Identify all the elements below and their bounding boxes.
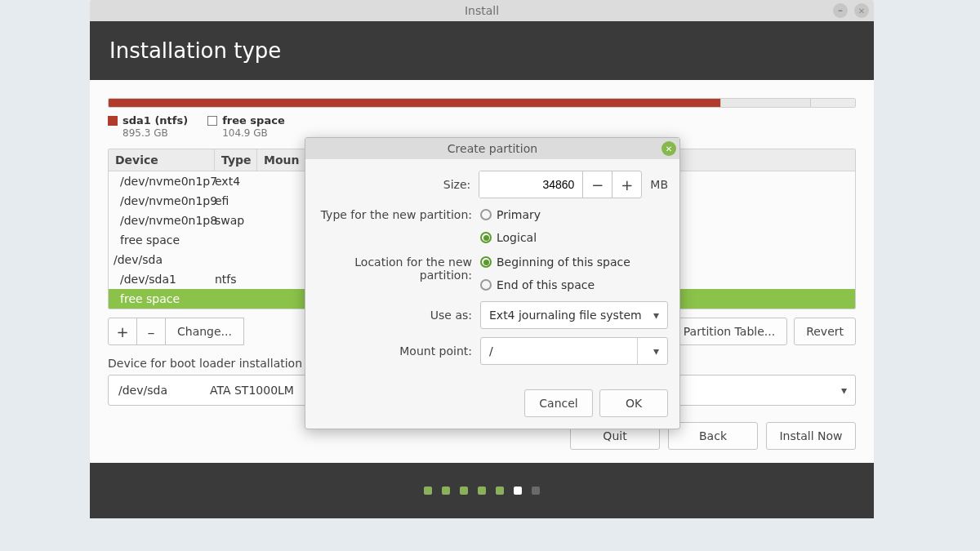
radio-loc-begin[interactable]: Beginning of this space: [480, 254, 668, 270]
window-titlebar: Install: [90, 0, 874, 21]
size-unit: MB: [650, 178, 668, 191]
col-device[interactable]: Device: [109, 149, 215, 171]
radio-logical[interactable]: Logical: [480, 229, 668, 246]
legend-size: 104.9 GB: [222, 127, 285, 139]
progress-dot: [514, 487, 522, 495]
chevron-down-icon: ▾: [653, 309, 659, 322]
radio-icon: [480, 279, 492, 291]
disk-seg-tail: [810, 99, 855, 107]
legend-size: 895.3 GB: [122, 127, 188, 139]
progress-dot: [424, 487, 432, 495]
dialog-title: Create partition: [448, 142, 537, 155]
cell-type: [215, 291, 257, 307]
cell-type: swap: [215, 212, 257, 229]
add-partition-button[interactable]: +: [108, 318, 137, 345]
cell-device: /dev/sda: [109, 251, 215, 268]
bootloader-desc: ATA ST1000LM: [210, 384, 294, 397]
window-title: Install: [465, 4, 499, 17]
useas-select[interactable]: Ext4 journaling file system ▾: [480, 301, 668, 329]
cell-device: /dev/sda1: [109, 271, 215, 287]
change-partition-button[interactable]: Change...: [165, 318, 244, 345]
disk-seg-used: [109, 99, 720, 107]
ok-button[interactable]: OK: [599, 389, 668, 417]
cell-device: /dev/nvme0n1p8: [109, 212, 215, 229]
chevron-down-icon: ▾: [841, 384, 847, 397]
size-stepper[interactable]: − +: [479, 171, 642, 198]
remove-partition-button[interactable]: –: [136, 318, 166, 345]
progress-dot: [442, 487, 450, 495]
progress-dot: [532, 487, 540, 495]
legend-item: free space 104.9 GB: [207, 114, 285, 139]
create-partition-dialog: Create partition ✕ Size: − + MB Type for…: [305, 137, 680, 429]
close-icon[interactable]: [854, 3, 869, 18]
radio-icon: [480, 256, 492, 268]
progress-dot: [496, 487, 504, 495]
cancel-button[interactable]: Cancel: [524, 389, 593, 417]
cell-type: [215, 251, 257, 268]
cell-type: ntfs: [215, 271, 257, 287]
cell-type: ext4: [215, 173, 257, 189]
legend-swatch-filled-icon: [108, 116, 118, 126]
cell-device: /dev/nvme0n1p7: [109, 173, 215, 189]
cell-type: efi: [215, 193, 257, 209]
useas-value: Ext4 journaling file system: [489, 309, 642, 322]
cell-device: /dev/nvme0n1p9: [109, 193, 215, 209]
minimize-icon[interactable]: [833, 3, 848, 18]
disk-usage-bar: [108, 98, 856, 108]
revert-button[interactable]: Revert: [794, 318, 856, 345]
page-title: Installation type: [109, 38, 281, 63]
legend-name: free space: [222, 114, 285, 127]
radio-loc-begin-label: Beginning of this space: [497, 256, 630, 269]
size-label: Size:: [317, 178, 479, 191]
size-increment-button[interactable]: +: [612, 171, 641, 198]
legend-name: sda1 (ntfs): [122, 114, 188, 127]
mount-combobox[interactable]: / ▾: [480, 337, 668, 365]
type-label: Type for the new partition:: [317, 207, 480, 221]
bootloader-device: /dev/sda: [118, 384, 210, 397]
chevron-down-icon: ▾: [653, 344, 659, 358]
install-button[interactable]: Install Now: [766, 422, 856, 450]
disk-seg-free: [720, 99, 810, 107]
location-label: Location for the new partition:: [317, 254, 480, 282]
radio-loc-end-label: End of this space: [497, 278, 595, 291]
back-button[interactable]: Back: [668, 422, 758, 450]
progress-dot: [478, 487, 486, 495]
legend-swatch-open-icon: [207, 116, 217, 126]
mount-label: Mount point:: [317, 344, 480, 358]
cell-type: [215, 232, 257, 248]
size-decrement-button[interactable]: −: [582, 171, 612, 198]
radio-primary-label: Primary: [497, 208, 541, 221]
disk-legend: sda1 (ntfs) 895.3 GB free space 104.9 GB: [108, 114, 856, 139]
cell-device: free space: [109, 291, 215, 307]
dialog-close-icon[interactable]: ✕: [662, 141, 676, 156]
radio-loc-end[interactable]: End of this space: [480, 277, 668, 293]
cell-device: free space: [109, 232, 215, 248]
mount-value: /: [489, 344, 493, 358]
legend-item: sda1 (ntfs) 895.3 GB: [108, 114, 188, 139]
progress-dots: [90, 463, 874, 518]
radio-primary[interactable]: Primary: [480, 207, 668, 223]
radio-logical-label: Logical: [497, 231, 537, 244]
progress-dot: [460, 487, 468, 495]
radio-icon: [480, 209, 492, 220]
dialog-titlebar: Create partition ✕: [305, 138, 679, 159]
useas-label: Use as:: [317, 309, 480, 322]
page-heading: Installation type: [90, 21, 874, 80]
radio-icon: [480, 232, 492, 243]
size-input[interactable]: [479, 171, 582, 198]
col-type[interactable]: Type: [215, 149, 257, 171]
